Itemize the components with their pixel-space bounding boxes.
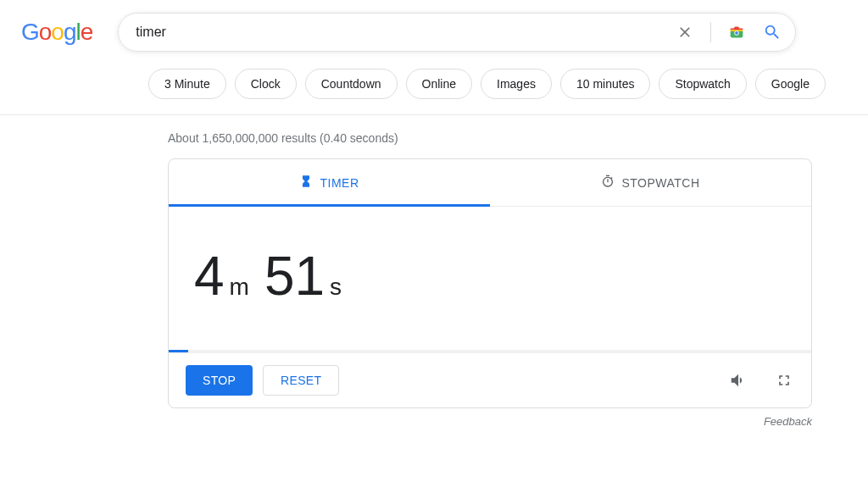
chip[interactable]: 10 minutes xyxy=(560,69,650,99)
tab-stopwatch[interactable]: STOPWATCH xyxy=(490,159,811,206)
search-bar-icons xyxy=(675,22,782,42)
stop-button[interactable]: STOP xyxy=(186,365,253,396)
tabs: TIMER STOPWATCH xyxy=(169,159,811,207)
chip[interactable]: Stopwatch xyxy=(659,69,746,99)
seconds-value: 51 xyxy=(264,245,325,307)
separator xyxy=(710,22,711,42)
chip[interactable]: Online xyxy=(406,69,472,99)
volume-icon[interactable] xyxy=(728,370,748,391)
chip[interactable]: Countdown xyxy=(305,69,398,99)
tab-stopwatch-label: STOPWATCH xyxy=(621,176,699,190)
tab-timer-label: TIMER xyxy=(320,176,359,190)
result-stats: About 1,650,000,000 results (0.40 second… xyxy=(168,131,814,145)
chip[interactable]: Google xyxy=(755,69,826,99)
stopwatch-icon xyxy=(601,175,615,191)
minutes-value: 4 xyxy=(194,245,225,307)
results-area: About 1,650,000,000 results (0.40 second… xyxy=(0,115,814,428)
progress-fill xyxy=(169,350,188,352)
search-bar[interactable] xyxy=(118,13,796,52)
chip[interactable]: 3 Minute xyxy=(148,69,226,99)
minutes-label: m xyxy=(230,274,249,301)
chip[interactable]: Clock xyxy=(235,69,297,99)
search-input[interactable] xyxy=(136,25,675,40)
chip[interactable]: Images xyxy=(481,69,552,99)
progress-bar xyxy=(169,350,811,352)
fullscreen-icon[interactable] xyxy=(774,370,794,391)
controls: STOP RESET xyxy=(169,352,811,407)
google-logo[interactable]: Google xyxy=(21,19,92,46)
feedback-link[interactable]: Feedback xyxy=(168,415,812,428)
timer-card: TIMER STOPWATCH 4 m 51 s STOP RESET xyxy=(168,158,812,408)
hourglass-icon xyxy=(299,175,313,191)
search-icon[interactable] xyxy=(762,22,782,42)
tab-timer[interactable]: TIMER xyxy=(169,159,490,206)
time-display: 4 m 51 s xyxy=(194,245,786,307)
related-chips: 3 Minute Clock Countdown Online Images 1… xyxy=(0,60,868,114)
image-search-icon[interactable] xyxy=(726,22,747,42)
timer-body[interactable]: 4 m 51 s xyxy=(169,207,811,350)
reset-button[interactable]: RESET xyxy=(263,365,339,396)
svg-point-2 xyxy=(735,31,738,35)
seconds-label: s xyxy=(330,274,342,301)
header: Google xyxy=(0,0,868,60)
clear-icon[interactable] xyxy=(675,22,695,42)
